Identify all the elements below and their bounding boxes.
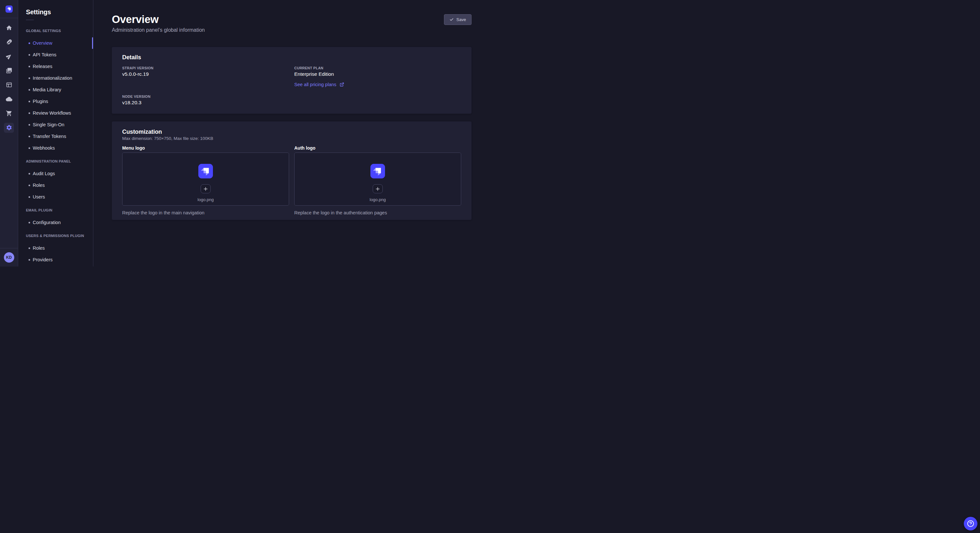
section-users-permissions-plugin: USERS & PERMISSIONS PLUGIN Roles Provide…: [18, 233, 93, 265]
bullet-icon: [29, 185, 30, 186]
settings-menu: GLOBAL SETTINGS Overview API Tokens Rele…: [18, 20, 93, 265]
subnav-item-releases[interactable]: Releases: [18, 60, 93, 72]
bullet-icon: [29, 113, 30, 114]
field-label: CURRENT PLAN: [294, 66, 461, 70]
subnav-item-internationalization[interactable]: Internationalization: [18, 72, 93, 84]
current-plan-field: CURRENT PLAN Enterprise Edition See all …: [294, 66, 461, 88]
auth-logo-label: Auth logo: [294, 145, 461, 151]
subnav-item-overview[interactable]: Overview: [18, 37, 93, 49]
scrollbar-thumb[interactable]: [92, 37, 93, 49]
subnav-item-review-workflows[interactable]: Review Workflows: [18, 107, 93, 119]
bullet-icon: [29, 101, 30, 102]
rail-divider-bottom: [0, 248, 18, 248]
subnav-item-audit-logs[interactable]: Audit Logs: [18, 168, 93, 179]
field-value: v5.0.0-rc.19: [122, 71, 289, 78]
strapi-logo: [198, 164, 213, 178]
bullet-icon: [29, 148, 30, 149]
settings-subnav: Settings GLOBAL SETTINGS Overview API To…: [18, 0, 93, 266]
bullet-icon: [29, 78, 30, 79]
section-administration-panel: ADMINISTRATION PANEL Audit Logs Roles Us…: [18, 159, 93, 203]
add-logo-button[interactable]: [200, 184, 211, 194]
bullet-icon: [29, 222, 30, 224]
rail-bottom: KD: [0, 248, 18, 266]
field-label: STRAPI VERSION: [122, 66, 289, 70]
releases-paper-plane-icon[interactable]: [2, 49, 16, 63]
workplace: [0, 0, 18, 18]
bullet-icon: [29, 136, 30, 137]
node-version-field: NODE VERSION v18.20.3: [122, 94, 289, 106]
field-value: Enterprise Edition: [294, 71, 461, 78]
field-label: NODE VERSION: [122, 94, 289, 99]
logo-filename: logo.png: [198, 197, 214, 203]
strapi-logo[interactable]: [5, 5, 13, 13]
subnav-item-plugins[interactable]: Plugins: [18, 95, 93, 107]
subnav-item-media-library[interactable]: Media Library: [18, 84, 93, 95]
bullet-icon: [29, 43, 30, 44]
bullet-icon: [29, 196, 30, 198]
content-type-builder-layout-icon[interactable]: [2, 78, 16, 92]
auth-logo-dropzone[interactable]: logo.png: [294, 152, 461, 206]
user-avatar[interactable]: KD: [4, 252, 14, 263]
bullet-icon: [29, 259, 30, 261]
logo-filename: logo.png: [370, 197, 386, 203]
logo-grid: Menu logo logo.png Replace the logo in t…: [122, 145, 461, 216]
section-email-plugin: EMAIL PLUGIN Configuration: [18, 208, 93, 228]
strapi-admin-app: KD Settings GLOBAL SETTINGS Overview API…: [0, 0, 490, 266]
main-nav-rail: KD: [0, 0, 18, 266]
field-value: v18.20.3: [122, 99, 289, 106]
strapi-logo: [371, 164, 385, 178]
strapi-version-field: STRAPI VERSION v5.0.0-rc.19: [122, 66, 289, 88]
page-title: Overview: [112, 13, 471, 26]
check-icon: [450, 17, 454, 22]
main-content: Overview Administration panel’s global i…: [93, 0, 490, 266]
details-grid: STRAPI VERSION v5.0.0-rc.19 CURRENT PLAN…: [122, 66, 461, 106]
auth-logo-input: Auth logo logo.png Replace the logo in t…: [294, 145, 461, 216]
plus-icon: [375, 187, 380, 191]
subnav-item-webhooks[interactable]: Webhooks: [18, 142, 93, 154]
menu-logo-hint: Replace the logo in the main navigation: [122, 209, 289, 216]
customization-card: Customization Max dimension: 750×750, Ma…: [112, 121, 471, 220]
details-card: Details STRAPI VERSION v5.0.0-rc.19 CURR…: [112, 47, 471, 114]
content-manager-feather-icon[interactable]: [2, 35, 16, 49]
subnav-item-up-roles[interactable]: Roles: [18, 242, 93, 254]
section-label: ADMINISTRATION PANEL: [18, 159, 93, 163]
marketplace-cart-icon[interactable]: [2, 106, 16, 121]
home-icon[interactable]: [2, 21, 16, 35]
media-library-icon[interactable]: [2, 63, 16, 78]
bullet-icon: [29, 66, 30, 67]
section-label: USERS & PERMISSIONS PLUGIN: [18, 233, 93, 238]
section-global-settings: GLOBAL SETTINGS Overview API Tokens Rele…: [18, 29, 93, 154]
bullet-icon: [29, 89, 30, 90]
subnav-item-providers[interactable]: Providers: [18, 254, 93, 265]
add-logo-button[interactable]: [373, 184, 383, 194]
details-title: Details: [122, 54, 461, 61]
section-label: EMAIL PLUGIN: [18, 208, 93, 213]
save-button[interactable]: Save: [444, 14, 471, 25]
subnav-item-single-sign-on[interactable]: Single Sign-On: [18, 119, 93, 130]
pricing-plans-link[interactable]: See all pricing plans: [294, 81, 344, 88]
subnav-item-transfer-tokens[interactable]: Transfer Tokens: [18, 130, 93, 142]
customization-title: Customization: [122, 128, 461, 136]
menu-logo-dropzone[interactable]: logo.png: [122, 152, 289, 206]
bullet-icon: [29, 173, 30, 174]
settings-gear-icon[interactable]: [2, 121, 16, 135]
external-link-icon: [340, 82, 344, 87]
page-content: Details STRAPI VERSION v5.0.0-rc.19 CURR…: [93, 34, 490, 220]
auth-logo-hint: Replace the logo in the authentication p…: [294, 209, 461, 216]
section-label: GLOBAL SETTINGS: [18, 29, 93, 33]
menu-logo-label: Menu logo: [122, 145, 289, 151]
bullet-icon: [29, 247, 30, 249]
cloud-icon[interactable]: [2, 92, 16, 106]
subnav-item-admin-roles[interactable]: Roles: [18, 179, 93, 191]
bullet-icon: [29, 124, 30, 125]
page-subtitle: Administration panel’s global informatio…: [112, 27, 471, 34]
bullet-icon: [29, 54, 30, 56]
rail-nav: [0, 18, 18, 135]
menu-logo-input: Menu logo logo.png Replace the logo in t…: [122, 145, 289, 216]
customization-subtitle: Max dimension: 750×750, Max file size: 1…: [122, 136, 461, 141]
plus-icon: [203, 187, 208, 191]
subnav-item-api-tokens[interactable]: API Tokens: [18, 49, 93, 60]
subnav-item-configuration[interactable]: Configuration: [18, 217, 93, 228]
subnav-item-users[interactable]: Users: [18, 191, 93, 203]
page-header: Overview Administration panel’s global i…: [93, 0, 490, 34]
